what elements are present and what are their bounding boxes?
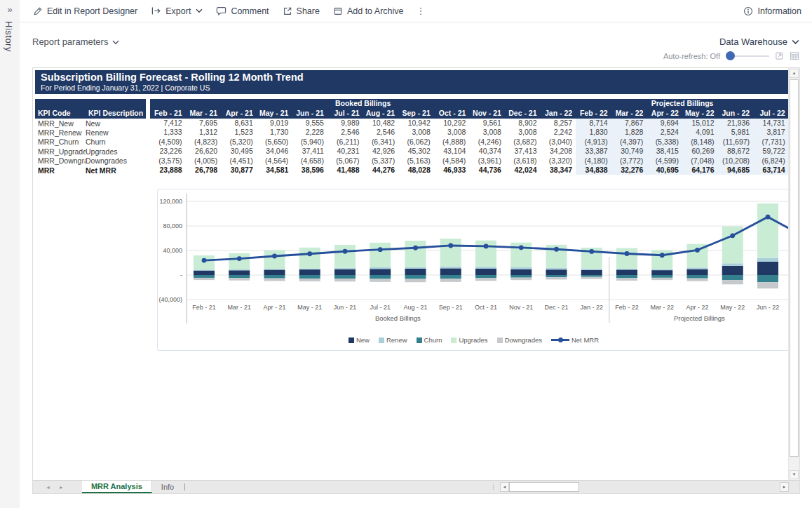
bar-segment	[546, 268, 567, 270]
tab-mrr-analysis[interactable]: MRR Analysis	[82, 481, 152, 493]
toolbar-add-to-archive-button[interactable]: Add to Archive	[333, 6, 404, 16]
kpi-header-block: KPI CodeKPI Description	[35, 99, 146, 119]
x-axis-label: Mar - 22	[650, 304, 674, 311]
legend-label: Net MRR	[571, 336, 599, 344]
booked-billings-group-header: Booked Billings	[150, 99, 576, 108]
kpi-value-cell: (3,961)	[469, 156, 505, 166]
report-parameters-button[interactable]: Report parameters	[32, 36, 119, 47]
toolbar-export-button[interactable]: Export	[151, 6, 203, 16]
kpi-value-cell: 37,411	[292, 147, 327, 156]
toggle-knob[interactable]	[726, 51, 735, 60]
bar-segment	[299, 275, 320, 279]
table-row: MRR_ChurnChurn(4,509)(4,823)(5,320)(5,65…	[35, 138, 789, 147]
net-mrr-marker	[554, 247, 559, 252]
report-parameters-label: Report parameters	[32, 36, 108, 47]
net-mrr-marker	[413, 246, 418, 250]
vertical-scroll-thumb[interactable]	[790, 79, 799, 457]
toolbar-item-label: Comment	[231, 6, 269, 16]
horizontal-scroll-track[interactable]	[509, 482, 780, 492]
month-header-cell: Feb - 21	[150, 108, 186, 119]
bar-segment	[405, 269, 426, 275]
billing-chart: 120,00080,00040,000-(40,000)Feb - 21Mar …	[158, 189, 789, 327]
kpi-value-cell: (4,658)	[292, 156, 327, 166]
kpi-value-cell: 3,008	[398, 128, 434, 137]
month-header-cell: Jul - 22	[753, 108, 789, 119]
tab-info[interactable]: Info	[152, 481, 183, 493]
history-panel-tab[interactable]: History	[4, 21, 14, 52]
kpi-value-cell: 21,936	[718, 119, 754, 128]
report-canvas: Subscription Billing Forecast - Rolling …	[33, 68, 789, 480]
bar-segment	[370, 275, 391, 279]
toolbar-share-button[interactable]: Share	[283, 6, 320, 16]
bar-segment	[651, 278, 672, 280]
kpi-value-cell: 15,012	[682, 119, 718, 128]
net-mrr-marker	[519, 245, 524, 250]
bar-segment	[581, 269, 602, 270]
billing-chart-svg: 120,00080,00040,000-(40,000)Feb - 21Mar …	[158, 189, 789, 327]
tab-scroll-arrows: ◄ ►	[33, 481, 72, 493]
kpi-value-cell: (8,148)	[682, 138, 718, 147]
kpi-value-cell: 34,046	[257, 147, 292, 156]
kpi-value-cell: (11,697)	[718, 138, 754, 147]
kpi-value-cell: (5,650)	[257, 138, 292, 147]
kpi-value-cell: (5,067)	[327, 156, 363, 166]
toolbar-item-label: Export	[165, 6, 191, 16]
x-axis-label: Mar - 21	[227, 304, 251, 311]
kpi-description-cell: Net MRR	[86, 166, 146, 175]
kpi-value-cell: (4,005)	[186, 156, 222, 166]
x-axis-label: Apr - 21	[263, 304, 285, 311]
kpi-value-cell: 1,312	[186, 128, 222, 137]
bar-segment	[229, 270, 250, 275]
kpi-value-cell: 34,208	[541, 147, 576, 156]
auto-refresh-toggle[interactable]	[726, 51, 769, 60]
kpi-value-cell: 1,828	[611, 128, 647, 137]
kpi-value-cell: 3,817	[753, 128, 789, 137]
kpi-value-cell: 45,302	[398, 147, 434, 156]
kpi-value-cell: 8,902	[505, 119, 541, 128]
horizontal-scrollbar[interactable]: ◄ ►	[500, 482, 789, 492]
kpi-value-cell: 7,695	[186, 119, 222, 128]
kpi-value-cell: 40,231	[327, 147, 363, 156]
expand-panel-icon[interactable]: »	[0, 4, 20, 15]
kpi-value-cell: 2,546	[363, 128, 399, 137]
kpi-value-cell: (4,913)	[576, 138, 611, 147]
kpi-value-cell: (3,575)	[150, 156, 186, 166]
tab-prev-icon[interactable]: ◄	[46, 485, 50, 490]
net-mrr-marker	[307, 251, 312, 256]
bar-segment	[687, 269, 708, 275]
net-mrr-marker	[202, 258, 207, 263]
kpi-value-cell: 33,387	[576, 147, 611, 156]
kpi-value-cell: (4,888)	[434, 138, 470, 147]
kpi-code-cell: MRR_Upgrades	[35, 147, 86, 156]
more-options-icon[interactable]: ⋮	[417, 6, 426, 16]
data-source-dropdown[interactable]: Data Warehouse	[719, 36, 799, 47]
comment-icon	[216, 6, 226, 15]
toolbar-comment-button[interactable]: Comment	[216, 6, 269, 16]
bar-segment	[510, 269, 532, 275]
bar-segment	[229, 275, 250, 278]
data-grid-icon[interactable]	[790, 51, 799, 60]
net-mrr-marker	[237, 256, 242, 261]
bar-segment	[229, 278, 250, 281]
x-axis-label: Oct - 21	[475, 304, 497, 311]
kpi-value-cell: 7,867	[611, 119, 647, 128]
kpi-value-cell: 5,981	[718, 128, 754, 137]
vertical-scrollbar[interactable]: ▲ ▼	[788, 68, 799, 480]
net-mrr-marker	[625, 251, 630, 256]
splitter-grip-icon[interactable]: ⋮	[490, 481, 496, 493]
report-subtitle: For Period Ending January 31, 2022 | Cor…	[41, 83, 789, 93]
toolbar-edit-in-report-designer-button[interactable]: Edit in Report Designer	[33, 6, 137, 16]
scroll-right-button[interactable]: ►	[780, 482, 789, 492]
information-button[interactable]: Information	[743, 6, 801, 16]
kpi-value-cell: 34,581	[257, 166, 292, 175]
horizontal-scroll-thumb[interactable]	[509, 482, 579, 492]
kpi-description-header: KPI Description	[88, 109, 146, 117]
kpi-value-cell: 9,561	[469, 119, 505, 128]
scroll-down-button[interactable]: ▼	[790, 470, 799, 479]
kpi-value-cell: 10,482	[363, 119, 399, 128]
tab-next-icon[interactable]: ►	[59, 485, 64, 490]
popout-icon[interactable]	[775, 51, 784, 60]
kpi-value-cell: 9,019	[257, 119, 292, 128]
scroll-up-button[interactable]: ▲	[790, 69, 799, 78]
scroll-left-button[interactable]: ◄	[500, 482, 509, 492]
